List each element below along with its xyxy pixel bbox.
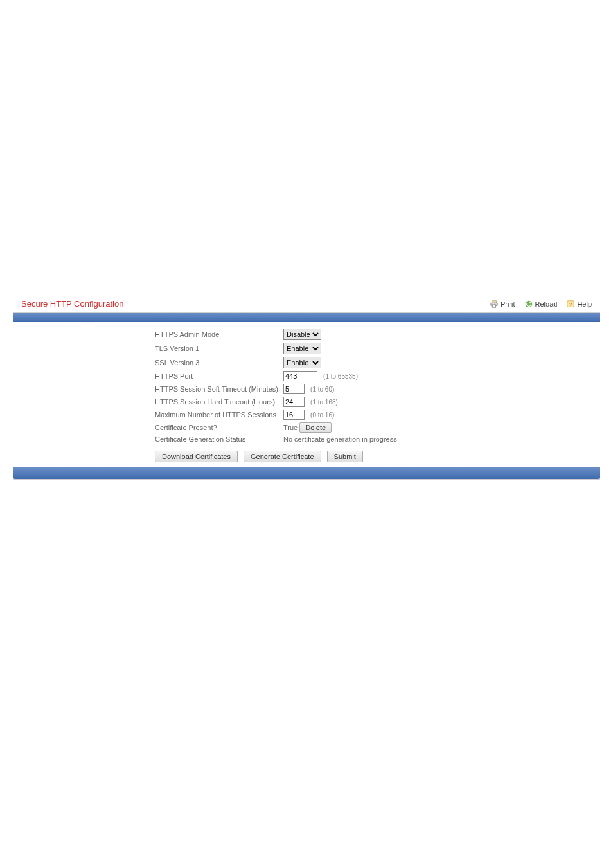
row-port: HTTPS Port (1 to 65535) (155, 370, 402, 383)
help-label: Help (577, 300, 592, 308)
select-tls1[interactable]: Enable Disable (283, 343, 321, 354)
label-admin-mode: HTTPS Admin Mode (155, 327, 283, 341)
label-tls1: TLS Version 1 (155, 341, 283, 356)
row-ssl3: SSL Version 3 Enable Disable (155, 356, 402, 370)
submit-button[interactable]: Submit (327, 451, 363, 462)
header-bar (13, 313, 600, 322)
row-soft-timeout: HTTPS Session Soft Timeout (Minutes) (1 … (155, 383, 402, 395)
select-admin-mode[interactable]: Disable Enable (283, 329, 321, 340)
button-row: Download Certificates Generate Certifica… (155, 451, 600, 462)
row-admin-mode: HTTPS Admin Mode Disable Enable (155, 327, 402, 341)
reload-button[interactable]: Reload (524, 300, 558, 309)
label-soft-timeout: HTTPS Session Soft Timeout (Minutes) (155, 383, 283, 395)
panel-header: Secure HTTP Configuration Print (13, 296, 600, 313)
row-max-sessions: Maximum Number of HTTPS Sessions (0 to 1… (155, 408, 402, 421)
label-hard-timeout: HTTPS Session Hard Timeout (Hours) (155, 395, 283, 408)
value-cert-gen-status: No certificate generation in progress (283, 434, 402, 444)
reload-icon (524, 300, 533, 309)
download-certificates-button[interactable]: Download Certificates (155, 451, 238, 462)
help-button[interactable]: ? Help (566, 300, 592, 309)
print-button[interactable]: Print (490, 300, 515, 309)
row-tls1: TLS Version 1 Enable Disable (155, 341, 402, 356)
label-cert-present: Certificate Present? (155, 421, 283, 434)
input-max-sessions[interactable] (283, 410, 305, 420)
label-max-sessions: Maximum Number of HTTPS Sessions (155, 408, 283, 421)
svg-text:?: ? (569, 301, 573, 307)
label-ssl3: SSL Version 3 (155, 356, 283, 370)
print-icon (490, 300, 499, 309)
page-title: Secure HTTP Configuration (21, 299, 481, 309)
label-cert-gen-status: Certificate Generation Status (155, 434, 283, 444)
svg-rect-2 (492, 304, 495, 307)
row-hard-timeout: HTTPS Session Hard Timeout (Hours) (1 to… (155, 395, 402, 408)
input-port[interactable] (283, 371, 317, 381)
row-cert-present: Certificate Present? True Delete (155, 421, 402, 434)
delete-cert-button[interactable]: Delete (299, 422, 332, 433)
settings-table: HTTPS Admin Mode Disable Enable TLS Vers… (155, 327, 402, 444)
input-hard-timeout[interactable] (283, 397, 305, 407)
hint-port: (1 to 65535) (323, 373, 358, 380)
help-icon: ? (566, 300, 575, 309)
select-ssl3[interactable]: Enable Disable (283, 357, 321, 368)
footer-bar (13, 467, 600, 479)
hint-max-sessions: (0 to 16) (310, 411, 334, 419)
row-cert-gen-status: Certificate Generation Status No certifi… (155, 434, 402, 444)
hint-soft-timeout: (1 to 60) (310, 386, 334, 393)
reload-label: Reload (535, 300, 558, 308)
generate-certificate-button[interactable]: Generate Certificate (244, 451, 321, 462)
value-cert-present: True (283, 424, 298, 431)
print-label: Print (501, 300, 515, 308)
config-panel: Secure HTTP Configuration Print (13, 296, 600, 480)
form-content: HTTPS Admin Mode Disable Enable TLS Vers… (13, 322, 600, 462)
input-soft-timeout[interactable] (283, 384, 305, 394)
label-port: HTTPS Port (155, 370, 283, 383)
hint-hard-timeout: (1 to 168) (310, 399, 338, 406)
svg-rect-0 (492, 300, 496, 303)
